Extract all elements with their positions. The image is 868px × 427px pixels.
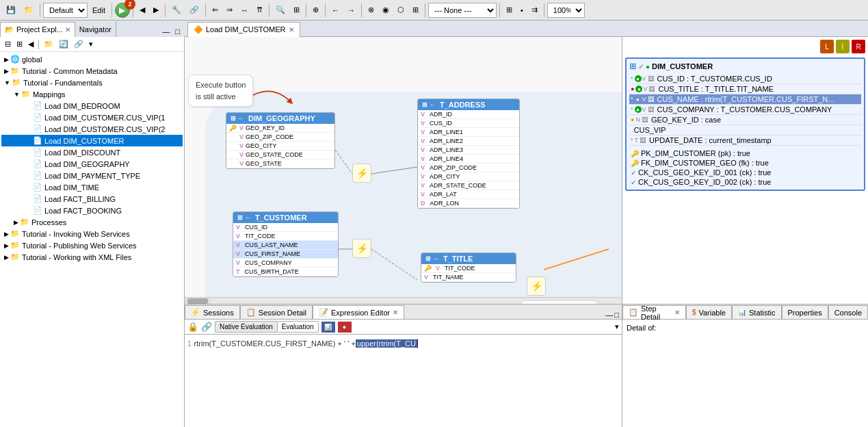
pk-row-1[interactable]: 🔑 PK_DIM_CUSTOMER (pk) : true bbox=[629, 148, 861, 158]
toolbar-btn-1[interactable]: 📁 bbox=[21, 3, 37, 16]
tree-item-geography[interactable]: 📄 Load DIM_GEOGRAPHY bbox=[1, 158, 183, 170]
t-address-node[interactable]: ⊞ ← T_ADDRESS VADR_ID VCUS_ID VADR_LINE1… bbox=[417, 99, 520, 209]
tree-item-global[interactable]: ▶ 🌐 global bbox=[1, 53, 183, 65]
load-dim-customer-tab[interactable]: 🔶 Load DIM_CUSTOMER ✕ bbox=[187, 22, 300, 37]
nav-next[interactable]: ⇒ bbox=[223, 3, 236, 16]
statistic-tab[interactable]: 📊 Statistic bbox=[732, 305, 782, 319]
console-tab[interactable]: Console bbox=[828, 305, 868, 319]
icon-run[interactable]: R bbox=[852, 40, 865, 53]
navigator-tab[interactable]: Navigator bbox=[75, 22, 116, 37]
minimize-panel-btn[interactable]: — bbox=[160, 26, 172, 37]
tree-item-booking[interactable]: 📄 Load FACT_BOOKING bbox=[1, 205, 183, 216]
dim-geography-node[interactable]: ⊞ ← DIM_GEOGRAPHY 🔑 V GEO_KEY_ID V GEO_Z… bbox=[226, 112, 335, 169]
layout-btn[interactable]: ⊞ bbox=[290, 3, 303, 16]
expand-btn[interactable]: ⊞ bbox=[14, 38, 25, 50]
run-button[interactable]: ▶ bbox=[115, 3, 130, 18]
canvas-area[interactable]: Execute buttonis still active ⊞ ← DIM_GE… bbox=[185, 37, 622, 304]
nav-btn[interactable]: ↔ bbox=[237, 4, 252, 16]
link-btn[interactable]: 🔗 bbox=[72, 38, 86, 50]
dim-row-cus-id[interactable]: * ● V 🖼 CUS_ID : T_CUSTOMER.CUS_ID bbox=[629, 74, 861, 84]
minimize-btn[interactable]: — bbox=[605, 311, 613, 319]
maximize-btn[interactable]: □ bbox=[614, 311, 619, 319]
arrow-btn3[interactable]: ⇉ bbox=[528, 3, 541, 16]
variable-tab[interactable]: $ Variable bbox=[686, 305, 732, 319]
none-dropdown[interactable]: --- None --- bbox=[428, 3, 497, 18]
expr-code-area[interactable]: 1 rtrim(T_CUSTOMER.CUS_FIRST_NAME) + ' '… bbox=[185, 335, 622, 427]
tree-item-processes[interactable]: ▶ 📁 Processes bbox=[1, 216, 183, 228]
icon-load[interactable]: L bbox=[820, 40, 834, 53]
collapse-all-btn[interactable]: ⊟ bbox=[3, 38, 13, 50]
evaluation-tab[interactable]: Evaluation bbox=[278, 321, 319, 333]
more-btn[interactable]: ▾ bbox=[87, 38, 95, 50]
tree-item-cus-vip2[interactable]: 📄 Load DIM_CUSTOMER.CUS_VIP(2 bbox=[1, 123, 183, 135]
tree-item-common-metadata[interactable]: ▶ 📁 Tutorial - Common Metadata bbox=[1, 65, 183, 77]
expr-close[interactable]: ✕ bbox=[393, 309, 398, 316]
misc-btn[interactable]: ⊗ bbox=[365, 3, 378, 16]
toolbar-arrow-right[interactable]: ▶ bbox=[150, 3, 162, 16]
tree-item-billing[interactable]: 📄 Load FACT_BILLING bbox=[1, 193, 183, 205]
tab-close[interactable]: ✕ bbox=[289, 26, 294, 34]
t-customer-node[interactable]: ⊞ ← T_CUSTOMER VCUS_ID VTIT_CODE VCUS_LA… bbox=[233, 211, 339, 277]
step-close[interactable]: ✕ bbox=[674, 309, 680, 316]
step-detail-tab[interactable]: 📋 Step Detail ✕ bbox=[622, 305, 686, 319]
chart-icon[interactable]: 📊 bbox=[321, 322, 335, 333]
pk-row-4[interactable]: ✓ CK_CUS_GEO_KEY_ID_002 (ck) : true bbox=[629, 177, 861, 187]
misc-btn3[interactable]: ⬡ bbox=[394, 3, 408, 16]
nav-btn2[interactable]: ⇈ bbox=[253, 3, 266, 16]
tree-item-dim-customer[interactable]: 📄 Load DIM_CUSTOMER bbox=[1, 135, 183, 146]
zoom-dropdown[interactable]: 100% bbox=[547, 3, 585, 18]
nav-prev[interactable]: ⇐ bbox=[209, 3, 222, 16]
dim-row-cus-vip[interactable]: CUS_VIP bbox=[629, 125, 861, 135]
toolbar-btn-2[interactable]: 🔧 bbox=[168, 3, 185, 16]
transform-icon-2[interactable]: ⚡ bbox=[352, 239, 371, 258]
maximize-panel-btn[interactable]: □ bbox=[173, 26, 182, 37]
dim-row-geo-key[interactable]: ● N 🖼 GEO_KEY_ID : case bbox=[629, 115, 861, 125]
misc-btn4[interactable]: ⊞ bbox=[409, 3, 422, 16]
tree-item-time[interactable]: 📄 Load DIM_TIME bbox=[1, 181, 183, 193]
tree-item-publishing[interactable]: ▶ 📁 Tutorial - Publishing Web Services bbox=[1, 240, 183, 251]
icon-int[interactable]: I bbox=[836, 40, 850, 53]
project-explorer-tab[interactable]: 📂 Project Expl... ✕ bbox=[0, 22, 75, 37]
expression-editor-tab[interactable]: 📝 Expression Editor ✕ bbox=[313, 305, 404, 319]
native-eval-tab[interactable]: Native Evaluation bbox=[215, 321, 278, 333]
transform-icon-3[interactable]: ⚡ bbox=[527, 276, 546, 296]
dim-row-cus-title[interactable]: ● ● V 🖼 CUS_TITLE : T_TITLE.TIT_NAME bbox=[629, 84, 861, 94]
scroll-thumb[interactable] bbox=[187, 298, 208, 304]
tree-item-fundamentals[interactable]: ▼ 📁 Tutorial - Fundamentals bbox=[1, 77, 183, 88]
sessions-tab[interactable]: ⚡ Sessions bbox=[185, 305, 240, 319]
zoom-btn[interactable]: 🔍 bbox=[272, 3, 289, 16]
tree-item-invoking[interactable]: ▶ 📁 Tutorial - Invoking Web Services bbox=[1, 228, 183, 240]
dropdown-btn[interactable]: ▾ bbox=[615, 322, 619, 331]
transform-icon-1[interactable]: ⚡ bbox=[352, 164, 371, 183]
pk-row-2[interactable]: 🔑 FK_DIM_CUSTOMER_GEO (fk) : true bbox=[629, 158, 861, 168]
tree-item-discount[interactable]: 📄 Load DIM_DISCOUNT bbox=[1, 146, 183, 158]
arrow-right2[interactable]: → bbox=[344, 4, 358, 16]
profile-dropdown[interactable]: Default bbox=[43, 3, 88, 18]
dim-row-update-date[interactable]: * T 🖼 UPDATE_DATE : current_timestamp bbox=[629, 135, 861, 146]
grid-btn[interactable]: ⊞ bbox=[503, 3, 516, 16]
save-button[interactable]: 💾 bbox=[3, 3, 19, 16]
tree-item-cus-vip1[interactable]: 📄 Load DIM_CUSTOMER.CUS_VIP(1 bbox=[1, 112, 183, 123]
tree-item-bedroom[interactable]: 📄 Load DIM_BEDROOM bbox=[1, 100, 183, 112]
tree-item-xml[interactable]: ▶ 📁 Tutorial - Working with XML Files bbox=[1, 251, 183, 263]
tree-item-mappings[interactable]: ▼ 📁 Mappings bbox=[1, 88, 183, 100]
project-tab-close[interactable]: ✕ bbox=[65, 26, 70, 34]
pk-row-3[interactable]: ✓ CK_CUS_GEO_KEY_ID_001 (ck) : true bbox=[629, 168, 861, 177]
project-tree[interactable]: ▶ 🌐 global ▶ 📁 Tutorial - Common Metadat… bbox=[0, 52, 184, 427]
dim-row-cus-name[interactable]: * ● V 🖼 CUS_NAME : rtrim(T_CUSTOMER.CUS_… bbox=[629, 94, 861, 105]
toolbar-arrow-left[interactable]: ◀ bbox=[136, 3, 148, 16]
arrow-left2[interactable]: ← bbox=[328, 4, 343, 16]
dim-row-cus-company[interactable]: * ● V 🖼 CUS_COMPANY : T_CUSTOMER.CUS_COM… bbox=[629, 105, 861, 115]
tree-item-payment[interactable]: 📄 Load DIM_PAYMENT_TYPE bbox=[1, 170, 183, 181]
misc-btn2[interactable]: ◉ bbox=[379, 3, 393, 16]
edit-button[interactable]: Edit bbox=[89, 4, 109, 16]
t-title-node[interactable]: ⊞ ← T_TITLE 🔑 VTIT_CODE VTIT_NAME bbox=[421, 253, 516, 283]
toolbar-btn-3[interactable]: 🔗 bbox=[186, 3, 202, 16]
dot-btn[interactable]: • bbox=[517, 4, 527, 16]
circle-icon[interactable]: ● bbox=[338, 322, 352, 333]
back-btn[interactable]: ◀ bbox=[26, 38, 36, 50]
properties-tab[interactable]: Properties bbox=[782, 305, 828, 319]
refresh-btn[interactable]: 🔄 bbox=[57, 38, 70, 50]
session-detail-tab[interactable]: 📋 Session Detail bbox=[240, 305, 313, 319]
action-btn[interactable]: ⊕ bbox=[309, 3, 322, 16]
